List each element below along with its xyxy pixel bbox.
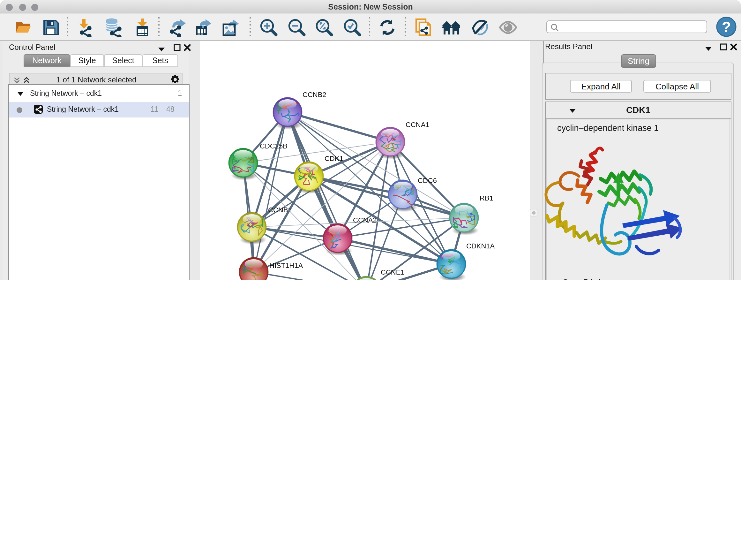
svg-text:CCNB1: CCNB1 xyxy=(268,206,292,214)
svg-text:CDKN1A: CDKN1A xyxy=(466,242,495,250)
svg-text:HIST1H1A: HIST1H1A xyxy=(269,261,303,269)
svg-text:CCNA1: CCNA1 xyxy=(406,121,429,129)
svg-text:?: ? xyxy=(722,18,731,35)
svg-text:CDK1: CDK1 xyxy=(325,154,343,163)
svg-text:CCNA2: CCNA2 xyxy=(353,216,377,224)
svg-text:CCNB2: CCNB2 xyxy=(302,91,327,99)
svg-text:RB1: RB1 xyxy=(480,194,493,202)
svg-text:CDC6: CDC6 xyxy=(418,177,437,185)
svg-text:CDC25B: CDC25B xyxy=(260,142,287,150)
svg-text:CCNE1: CCNE1 xyxy=(381,268,405,276)
